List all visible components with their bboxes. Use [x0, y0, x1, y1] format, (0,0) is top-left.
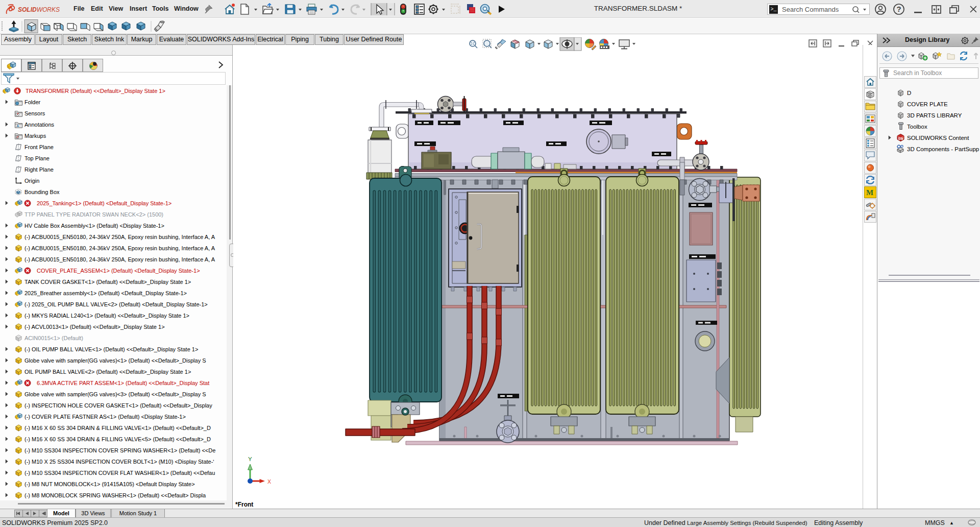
- svg-text:Y: Y: [248, 456, 252, 462]
- svg-text:?: ?: [897, 5, 901, 13]
- svg-text:X: X: [267, 478, 271, 485]
- svg-text:A: A: [16, 124, 19, 128]
- svg-text:SW: SW: [898, 137, 904, 140]
- svg-text:M: M: [866, 188, 873, 197]
- svg-text:SOLIDWORKS: SOLIDWORKS: [18, 6, 60, 13]
